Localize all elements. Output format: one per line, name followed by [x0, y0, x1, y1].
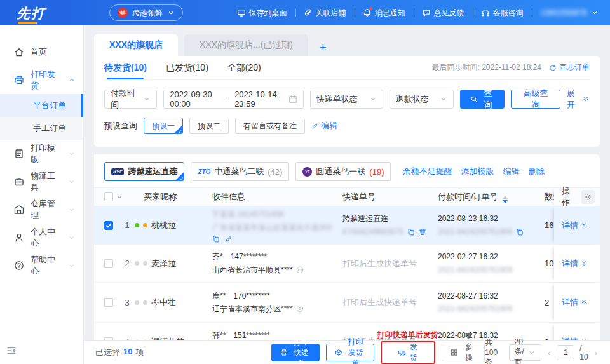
- table-header: 买家昵称 收件信息 快递单号 付款时间/订单号 数量 商品信息 操作: [94, 187, 600, 206]
- tab-pending-ship[interactable]: 待发货(10): [104, 56, 147, 79]
- chevron-down-icon: [68, 206, 76, 213]
- copy-icon[interactable]: [212, 235, 220, 243]
- chevron-down-icon[interactable]: [116, 193, 123, 201]
- sidebar-item-print-ship[interactable]: 打印发货: [0, 66, 83, 94]
- chevron-down-icon: [143, 95, 151, 103]
- warehouse-icon: [14, 205, 24, 215]
- add-store-tab-button[interactable]: +: [315, 39, 332, 56]
- preset-1-chip[interactable]: 预设一: [144, 118, 183, 134]
- sidebar-subitem-manual-orders[interactable]: 手工订单: [0, 117, 83, 140]
- select-all-checkbox[interactable]: [104, 192, 113, 201]
- customer-service-label: 客服咨询: [493, 8, 524, 18]
- trash-icon[interactable]: [419, 228, 426, 236]
- delete-template-link[interactable]: 删除: [528, 166, 545, 177]
- detail-label: 详情: [562, 336, 578, 340]
- edit-presets-link[interactable]: 编辑: [311, 120, 337, 131]
- courier-tab-zto[interactable]: ZTO 中通菜鸟二联 (42): [191, 162, 289, 181]
- status-dot-green: [135, 223, 139, 227]
- header-paytime-sort[interactable]: 付款时间/订单号: [438, 191, 545, 203]
- copy-icon[interactable]: [516, 228, 524, 236]
- row-checkbox[interactable]: [104, 221, 113, 230]
- copy-icon[interactable]: [407, 228, 415, 236]
- store-tab-expired[interactable]: XXX的旗舰店...(已过期): [184, 34, 308, 56]
- store-selector[interactable]: 鲜 跨越领鲜: [109, 4, 183, 21]
- preset-label: 预设查询: [104, 120, 137, 131]
- feedback-label: 意见反馈: [434, 8, 464, 18]
- add-template-link[interactable]: 添加模版: [461, 166, 494, 177]
- preset-2-chip[interactable]: 预设二: [189, 118, 229, 134]
- sidebar-item-personal-center[interactable]: 个人中心: [0, 224, 83, 252]
- edit-template-link[interactable]: 编辑: [503, 166, 519, 177]
- row-checkbox[interactable]: [104, 259, 113, 268]
- column-settings-button[interactable]: [581, 190, 595, 204]
- next-page-button[interactable]: ›: [593, 348, 599, 358]
- home-icon: [14, 47, 24, 57]
- sidebar-item-print-templates[interactable]: 打印模版: [0, 140, 83, 168]
- page-input[interactable]: [557, 345, 574, 360]
- customer-service-button[interactable]: 客服咨询: [473, 0, 532, 25]
- last-sync-time: 最后同步时间: 2022-11-02 18:24: [431, 62, 541, 73]
- detail-link[interactable]: 详情: [562, 220, 588, 231]
- feedback-button[interactable]: 意见反馈: [414, 0, 473, 25]
- print-express-button[interactable]: 打印快递单: [271, 344, 320, 361]
- tab-all[interactable]: 全部(20): [227, 56, 261, 79]
- row-checkbox[interactable]: [104, 298, 113, 307]
- sidebar-item-logistics-tools[interactable]: 物流工具: [0, 168, 83, 196]
- balance-alert-link[interactable]: 余额不足提醒: [402, 166, 452, 177]
- courier-tab-yto[interactable]: YT 圆通菜鸟一联 (19): [295, 162, 391, 181]
- sidebar-subitem-platform-orders[interactable]: 平台订单: [0, 94, 83, 117]
- print-invoice-button[interactable]: 打印发货单: [326, 344, 374, 361]
- tracking-placeholder: 打印后生成快递单号: [342, 259, 417, 268]
- pencil-icon[interactable]: [225, 235, 233, 243]
- linked-shops-button[interactable]: 关联店铺: [295, 0, 355, 25]
- row-index: 3: [123, 298, 131, 307]
- date-range-picker[interactable]: 2022-09-30 00:00 – 2022-10-14 23:59: [163, 90, 303, 109]
- detail-link[interactable]: 详情: [562, 336, 588, 340]
- double-chevron-down-icon: [582, 95, 590, 103]
- chevron-down-icon: [591, 9, 599, 17]
- save-to-desktop-button[interactable]: 保存到桌面: [229, 0, 295, 25]
- sidebar-item-label: 首页: [30, 46, 47, 58]
- sidebar-item-help-center[interactable]: 帮助中心: [0, 252, 83, 280]
- sidebar-item-warehouse[interactable]: 仓库管理: [0, 196, 83, 224]
- paperclip-icon: [304, 8, 313, 17]
- tab-shipped[interactable]: 已发货(10): [166, 56, 208, 79]
- sidebar-subitem-label: 手工订单: [33, 123, 66, 134]
- ship-button[interactable]: 发货: [384, 344, 431, 361]
- header-op: 操作: [554, 188, 600, 206]
- expand-filters-link[interactable]: 展开: [567, 88, 590, 111]
- refund-status-select[interactable]: 退款状态: [390, 90, 454, 109]
- row-index: 2: [123, 259, 131, 268]
- time-field-select[interactable]: 付款时间: [104, 90, 157, 109]
- eye-icon[interactable]: [296, 266, 304, 274]
- sidebar-item-home[interactable]: 首页: [0, 38, 83, 66]
- advanced-search-button[interactable]: 高级查询: [511, 90, 560, 109]
- notifications-button[interactable]: 消息通知: [355, 0, 414, 25]
- header-tracking: 快递单号: [342, 191, 438, 203]
- sync-orders-button[interactable]: 同步订单: [549, 62, 590, 73]
- courier-tab-kye[interactable]: KYE 跨越速运直连: [104, 162, 184, 181]
- preset-3-chip[interactable]: 有留言或有备注: [235, 118, 305, 134]
- express-status-select[interactable]: 快递单状态: [310, 90, 383, 109]
- sidebar-collapse-button[interactable]: [6, 346, 17, 358]
- monitor-icon: [237, 8, 246, 17]
- status-dot-gray: [143, 261, 147, 266]
- receiver-address: 山西省长治市平顺县****: [212, 264, 293, 276]
- double-chevron-down-icon: [580, 222, 588, 229]
- detail-link[interactable]: 详情: [562, 297, 588, 308]
- detail-link[interactable]: 详情: [562, 258, 588, 269]
- express-status-value: 快递单状态: [316, 93, 358, 105]
- more-actions-button[interactable]: 更多操作: [442, 344, 485, 361]
- calendar-icon: [288, 95, 297, 104]
- page-size-value: 20条/页: [515, 337, 525, 364]
- store-tab-active[interactable]: XXX的旗舰店: [94, 34, 178, 56]
- double-chevron-down-icon: [580, 338, 588, 340]
- page-size-select[interactable]: 20条/页: [509, 344, 541, 361]
- prev-page-button[interactable]: ‹: [546, 348, 552, 358]
- sidebar-item-label: 打印发货: [30, 69, 62, 91]
- preset-2-label: 预设二: [198, 121, 220, 131]
- account-menu[interactable]: 13802558878: [532, 8, 610, 17]
- search-button[interactable]: 查询: [460, 90, 505, 109]
- eye-icon[interactable]: [296, 305, 304, 313]
- tracking-placeholder: 打印后生成快递单号: [342, 297, 417, 307]
